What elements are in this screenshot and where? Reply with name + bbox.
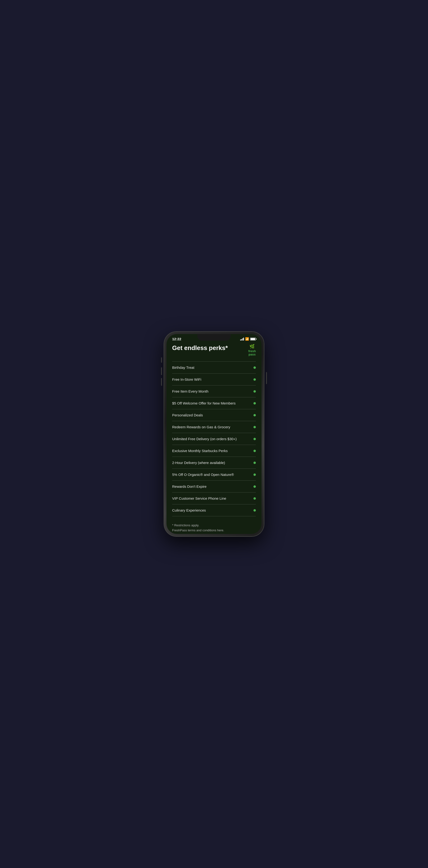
perk-dot-rewards-expire [254,486,256,488]
perk-dot-birthday-treat [254,366,256,369]
perk-dot-culinary [254,509,256,512]
perk-item-personalized-deals: Personalized Deals [172,409,256,421]
perk-label-starbucks-perks: Exclusive Monthly Starbucks Perks [172,449,251,453]
footer-terms-link[interactable]: here. [217,528,224,531]
perk-item-free-item: Free Item Every Month [172,385,256,397]
perk-dot-free-delivery [254,438,256,440]
header: Get endless perks* 🌿 fresh pass [172,344,256,356]
perk-dot-personalized-deals [254,414,256,416]
status-icons: 📶 [240,337,256,341]
perk-dot-free-wifi [254,378,256,381]
perk-item-starbucks-perks: Exclusive Monthly Starbucks Perks [172,445,256,457]
footer-terms: FreshPass terms and conditions here. [172,528,256,531]
signal-icon [240,338,244,340]
perk-item-free-wifi: Free In-Store WiFi [172,374,256,385]
perk-label-free-delivery: Unlimited Free Delivery (on orders $30+) [172,437,251,441]
footer-terms-prefix: FreshPass terms and conditions [172,528,217,531]
battery-icon [250,338,256,340]
mute-button [161,358,162,363]
perk-dot-free-item [254,390,256,393]
phone-screen: 12:22 📶 Get endless perks* � [166,334,262,534]
perk-label-organic-discount: 5% Off O Organic® and Open Nature® [172,472,251,476]
volume-up-button [161,367,162,375]
footer: * Restrictions apply. FreshPass terms an… [172,523,256,531]
fresh-pass-logo: 🌿 fresh pass [248,344,256,356]
leaf-icon: 🌿 [250,344,255,349]
phone-device: 12:22 📶 Get endless perks* � [164,332,264,536]
perk-label-culinary: Culinary Experiences [172,508,251,512]
perk-label-redeem-rewards: Redeem Rewards on Gas & Grocery [172,425,251,429]
perk-item-rewards-expire: Rewards Don't Expire [172,480,256,493]
perk-dot-redeem-rewards [254,426,256,428]
perk-dot-starbucks-perks [254,450,256,452]
perk-dot-vip-phone [254,497,256,500]
perk-label-personalized-deals: Personalized Deals [172,413,251,417]
volume-down-button [161,378,162,386]
perk-item-culinary: Culinary Experiences [172,504,256,516]
page-title: Get endless perks* [172,344,248,352]
perk-dot-two-hour-delivery [254,462,256,464]
perk-dot-organic-discount [254,473,256,476]
wifi-icon: 📶 [245,337,249,341]
logo-line2: pass [249,353,256,356]
perk-item-welcome-offer: $5 Off Welcome Offer for New Members [172,397,256,409]
perk-label-welcome-offer: $5 Off Welcome Offer for New Members [172,401,251,405]
notch [197,334,231,341]
perk-item-free-delivery: Unlimited Free Delivery (on orders $30+) [172,433,256,445]
footer-disclaimer: * Restrictions apply. [172,523,256,528]
perk-label-birthday-treat: Birthday Treat [172,366,251,370]
logo-line1: fresh [248,349,256,353]
perks-list: Birthday TreatFree In-Store WiFiFree Ite… [172,362,256,516]
perk-item-two-hour-delivery: 2-Hour Delivery (where available) [172,457,256,469]
power-button [266,372,267,384]
perk-dot-welcome-offer [254,402,256,404]
perk-item-redeem-rewards: Redeem Rewards on Gas & Grocery [172,421,256,433]
perk-item-vip-phone: VIP Customer Service Phone Line [172,493,256,504]
status-time: 12:22 [172,337,181,341]
screen-content[interactable]: Get endless perks* 🌿 fresh pass Birthday… [166,342,262,531]
perk-label-two-hour-delivery: 2-Hour Delivery (where available) [172,461,251,465]
perk-label-free-wifi: Free In-Store WiFi [172,377,251,381]
perk-label-rewards-expire: Rewards Don't Expire [172,485,251,489]
perk-item-birthday-treat: Birthday Treat [172,362,256,374]
perk-label-free-item: Free Item Every Month [172,389,251,393]
perk-item-organic-discount: 5% Off O Organic® and Open Nature® [172,469,256,480]
perk-label-vip-phone: VIP Customer Service Phone Line [172,496,251,500]
